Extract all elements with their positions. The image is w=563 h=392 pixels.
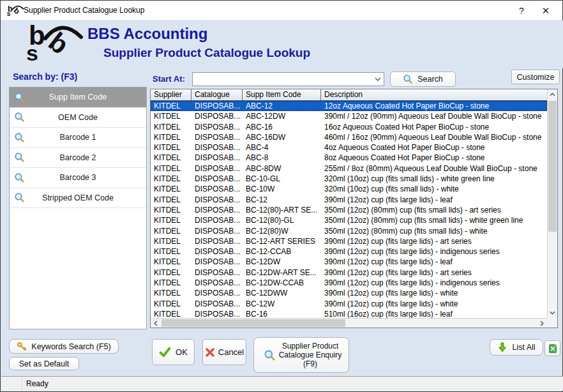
cell-catalogue: DISPOSAB...	[191, 184, 243, 194]
cell-description: 510ml (16oz) cup (fits large lids) - lea…	[321, 309, 547, 318]
cell-description: 350ml (12oz) (80mm) cup (fits small lids…	[321, 226, 547, 236]
cell-catalogue: DISPOSAB...	[191, 309, 243, 318]
table-row[interactable]: KITDELDISPOSAB...BC-16510ml (16oz) cup (…	[151, 309, 547, 318]
cell-catalogue: DISPOSAB...	[191, 205, 243, 215]
cell-supp-item-code: BC-10W	[243, 184, 321, 194]
cell-supp-item-code: ABC-4	[243, 142, 321, 153]
magnifier-icon	[14, 152, 25, 163]
supplier-product-catalogue-enquiry-button[interactable]: Supplier Product Catalogue Enquiry (F9)	[253, 337, 349, 373]
table-row[interactable]: KITDELDISPOSAB...BC-12-ART SERIES390ml (…	[151, 236, 547, 246]
cell-supp-item-code: ABC-8	[243, 153, 321, 163]
search-by-item[interactable]: Barcode 3	[10, 168, 146, 188]
cell-catalogue: DISPOSAB...	[191, 215, 243, 225]
table-row[interactable]: KITDELDISPOSAB...ABC-8DW255ml / 8oz (80m…	[151, 163, 547, 174]
table-row[interactable]: KITDELDISPOSAB...BC-12(80)W350ml (12oz) …	[151, 226, 547, 236]
search-by-item-label: OEM Code	[10, 113, 146, 122]
cell-supp-item-code: BC-12	[243, 195, 321, 205]
cell-catalogue: DISPOSAB...	[191, 153, 243, 163]
column-header-description[interactable]: Description	[321, 89, 547, 100]
table-row[interactable]: KITDELDISPOSAB...ABC-88oz Aqueous Coated…	[151, 153, 547, 163]
cell-description: 255ml / 8oz (80mm) Aqueous Leaf Double W…	[321, 163, 547, 174]
cell-catalogue: DISPOSAB...	[191, 226, 243, 236]
cell-catalogue: DISPOSAB...	[191, 132, 243, 142]
table-row[interactable]: KITDELDISPOSAB...BC-12DW-ART SE...390ml …	[151, 268, 547, 278]
customize-button[interactable]: Customize	[511, 70, 560, 84]
app-icon: b s b	[6, 3, 20, 17]
cancel-button[interactable]: Cancel	[202, 339, 246, 365]
cell-catalogue: DISPOSAB...	[191, 174, 243, 184]
set-as-default-button[interactable]: Set as Default	[9, 357, 79, 370]
search-by-item-label: Supp Item Code	[10, 93, 146, 102]
table-row[interactable]: KITDELDISPOSAB...BC-12W390ml (12oz) cup …	[151, 299, 547, 309]
start-at-input[interactable]	[193, 73, 372, 85]
dialog-window: b s b Supplier Product Catalogue Lookup …	[0, 0, 563, 392]
title-bar: b s b Supplier Product Catalogue Lookup …	[1, 1, 562, 20]
scroll-down-icon[interactable]	[548, 308, 557, 318]
table-row[interactable]: KITDELDISPOSAB...BC-12DW390ml (12oz) cup…	[151, 257, 547, 267]
start-at-combobox[interactable]	[192, 72, 384, 86]
search-by-item[interactable]: Barcode 1	[10, 128, 146, 148]
scroll-left-icon[interactable]	[151, 319, 161, 328]
table-row[interactable]: KITDELDISPOSAB...ABC-1616oz Aqueous Coat…	[151, 122, 547, 132]
cell-supplier: KITDEL	[151, 163, 191, 174]
table-row[interactable]: KITDELDISPOSAB...BC-12-CCAB390ml (12oz) …	[151, 246, 547, 257]
header-band: b s b BBS Accounting Supplier Product Ca…	[1, 20, 563, 68]
results-table: Supplier Catalogue Supp Item Code Descri…	[150, 89, 558, 328]
search-by-item-label: Barcode 3	[10, 173, 146, 182]
vertical-scrollbar[interactable]	[547, 89, 557, 318]
start-at-label: Start At:	[153, 74, 185, 84]
list-all-button[interactable]: List All	[490, 339, 543, 356]
close-button[interactable]: ✕	[533, 1, 559, 20]
search-by-item[interactable]: Supp Item Code	[10, 87, 146, 108]
table-row[interactable]: KITDELDISPOSAB...BC-12DWW390ml (12oz) cu…	[151, 288, 547, 298]
table-row[interactable]: KITDELDISPOSAB...ABC-1212oz Aqueous Coat…	[151, 101, 547, 111]
table-row[interactable]: KITDELDISPOSAB...BC-12(80)-GL350ml (12oz…	[151, 215, 547, 225]
cell-supplier: KITDEL	[151, 309, 191, 318]
search-by-item-label: Stripped OEM Code	[10, 193, 146, 202]
vertical-scroll-thumb[interactable]	[548, 101, 557, 232]
table-row[interactable]: KITDELDISPOSAB...BC-12(80)-ART SE...350m…	[151, 205, 547, 215]
magnifier-icon	[14, 112, 25, 123]
cell-supp-item-code: BC-12DW	[243, 257, 321, 267]
magnifier-icon	[14, 132, 25, 143]
chevron-down-icon[interactable]	[372, 77, 384, 81]
cell-supp-item-code: ABC-12	[243, 101, 321, 111]
cell-supp-item-code: BC-12(80)-ART SE...	[243, 205, 321, 215]
cell-supp-item-code: BC-12DW-ART SE...	[243, 268, 321, 278]
cell-supplier: KITDEL	[151, 215, 191, 225]
table-row[interactable]: KITDELDISPOSAB...BC-12390ml (12oz) cup (…	[151, 195, 547, 205]
scroll-up-icon[interactable]	[548, 89, 557, 100]
table-row[interactable]: KITDELDISPOSAB...ABC-44oz Aqueous Coated…	[151, 142, 547, 153]
horizontal-scroll-thumb[interactable]	[161, 319, 345, 327]
keywords-search-button[interactable]: Keywords Search (F5)	[9, 339, 119, 354]
column-header-supplier[interactable]: Supplier	[151, 89, 191, 100]
cell-supp-item-code: BC-12DWW	[243, 288, 321, 298]
horizontal-scrollbar[interactable]	[151, 318, 547, 328]
scroll-right-icon[interactable]	[537, 319, 547, 328]
export-to-excel-button[interactable]	[544, 340, 560, 356]
search-by-item[interactable]: OEM Code	[10, 108, 146, 128]
table-row[interactable]: KITDELDISPOSAB...BC-10W320ml (10oz) cup …	[151, 184, 547, 194]
ok-button[interactable]: OK	[152, 339, 195, 365]
check-icon	[159, 346, 171, 358]
column-header-supp-item-code[interactable]: Supp Item Code	[243, 89, 321, 100]
table-row[interactable]: KITDELDISPOSAB...BC-10-GL320ml (10oz) cu…	[151, 174, 547, 184]
table-row[interactable]: KITDELDISPOSAB...BC-12DW-CCAB390ml (12oz…	[151, 278, 547, 288]
search-by-item[interactable]: Stripped OEM Code	[10, 188, 146, 209]
help-button[interactable]: ?	[509, 1, 534, 20]
status-bar-cell	[1, 377, 22, 391]
cell-description: 390ml (12oz) cup (fits large lids) - whi…	[321, 299, 547, 309]
table-row[interactable]: KITDELDISPOSAB...ABC-16DW460ml / 16oz (9…	[151, 132, 547, 142]
cell-catalogue: DISPOSAB...	[191, 142, 243, 153]
cell-description: 320ml (10oz) cup (fits small lids) - whi…	[321, 174, 547, 184]
search-by-item[interactable]: Barcode 2	[10, 148, 146, 169]
magnifier-icon	[14, 192, 25, 203]
table-row[interactable]: KITDELDISPOSAB...ABC-12DW390ml / 12oz (9…	[151, 111, 547, 121]
cell-supp-item-code: ABC-8DW	[243, 163, 321, 174]
magnifier-icon	[14, 172, 25, 183]
cell-description: 390ml / 12oz (90mm) Aqueous Leaf Double …	[321, 111, 547, 121]
green-down-arrow-icon	[497, 342, 507, 352]
cell-description: 350ml (12oz) (80mm) cup (fits small lids…	[321, 205, 547, 215]
column-header-catalogue[interactable]: Catalogue	[191, 89, 243, 100]
search-button[interactable]: Search	[390, 72, 456, 87]
